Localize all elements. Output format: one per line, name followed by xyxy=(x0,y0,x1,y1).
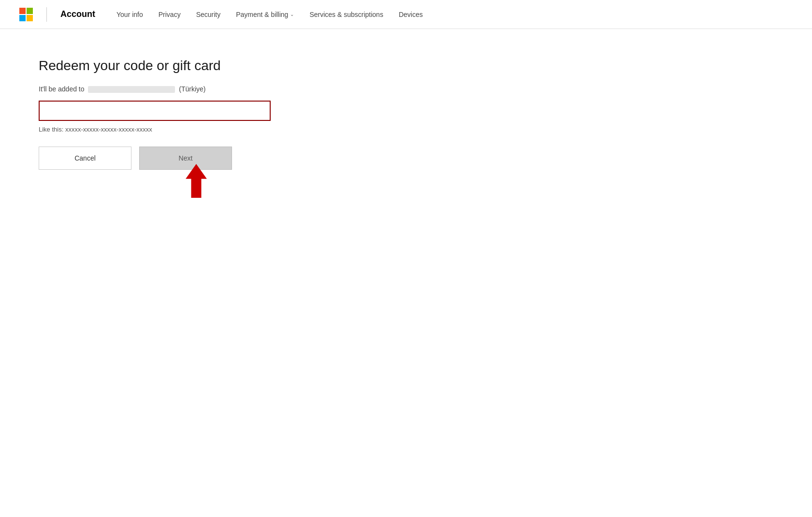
next-button[interactable]: Next xyxy=(139,147,232,170)
cancel-button[interactable]: Cancel xyxy=(39,147,131,170)
microsoft-logo xyxy=(19,8,33,21)
logo-red-square xyxy=(19,8,26,14)
logo-divider xyxy=(46,7,47,22)
logo-area: Account xyxy=(19,7,111,22)
nav-payment-billing[interactable]: Payment & billing ⌄ xyxy=(230,7,300,22)
logo-yellow-square xyxy=(27,15,33,21)
subtitle-prefix: It'll be added to xyxy=(39,85,85,93)
nav-your-info[interactable]: Your info xyxy=(111,7,149,22)
header: Account Your info Privacy Security Payme… xyxy=(0,0,812,29)
nav-services-subscriptions[interactable]: Services & subscriptions xyxy=(304,7,389,22)
main-content: Redeem your code or gift card It'll be a… xyxy=(0,29,435,199)
subtitle-country: (Türkiye) xyxy=(179,85,205,93)
logo-blue-square xyxy=(19,15,26,21)
payment-billing-chevron-icon: ⌄ xyxy=(290,12,294,17)
button-row: Cancel Next xyxy=(39,147,396,170)
code-input[interactable] xyxy=(39,101,271,121)
page-title: Redeem your code or gift card xyxy=(39,58,396,74)
logo-green-square xyxy=(27,8,33,14)
nav-links: Your info Privacy Security Payment & bil… xyxy=(111,7,429,22)
nav-devices[interactable]: Devices xyxy=(393,7,429,22)
email-blurred xyxy=(88,86,175,93)
hint-text: Like this: xxxxx-xxxxx-xxxxx-xxxxx-xxxxx xyxy=(39,126,396,133)
nav-privacy[interactable]: Privacy xyxy=(153,7,187,22)
nav-security[interactable]: Security xyxy=(190,7,227,22)
nav-brand-label: Account xyxy=(60,9,95,19)
subtitle: It'll be added to (Türkiye) xyxy=(39,85,396,93)
